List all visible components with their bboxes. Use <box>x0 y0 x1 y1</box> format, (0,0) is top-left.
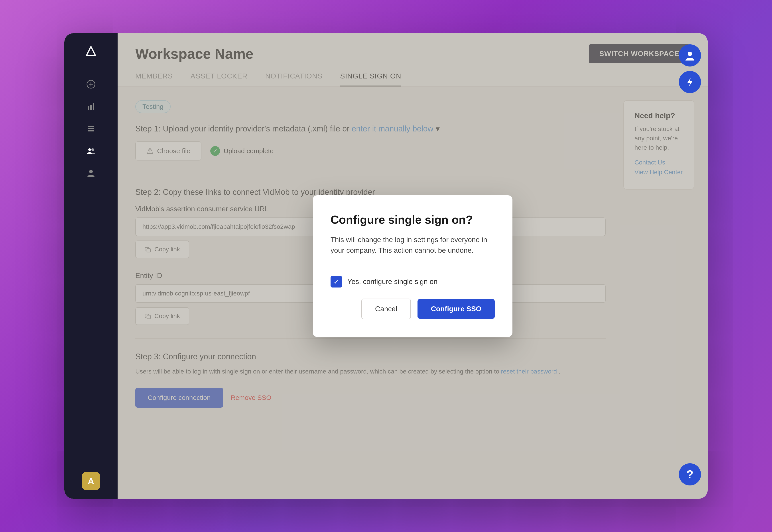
svg-rect-4 <box>88 106 89 110</box>
modal-desc: This will change the log in settings for… <box>331 234 495 256</box>
svg-rect-9 <box>88 130 94 131</box>
add-icon[interactable] <box>82 75 100 93</box>
sidebar-logo <box>82 42 100 60</box>
modal-configure-sso-button[interactable]: Configure SSO <box>417 299 495 319</box>
layers-icon[interactable] <box>82 120 100 137</box>
analytics-icon[interactable] <box>82 98 100 115</box>
users-icon[interactable] <box>82 142 100 160</box>
svg-rect-8 <box>88 128 94 129</box>
checkbox-label: Yes, configure single sign on <box>347 278 437 286</box>
sidebar: A <box>64 33 117 499</box>
app-window: A Workspace Name SWITCH WORKSPACE MEMBER… <box>64 33 708 499</box>
main-content: Workspace Name SWITCH WORKSPACE MEMBERS … <box>117 33 708 499</box>
svg-marker-0 <box>86 47 95 55</box>
modal-title: Configure single sign on? <box>331 213 495 226</box>
person-icon[interactable] <box>82 164 100 182</box>
modal-buttons: Cancel Configure SSO <box>331 299 495 319</box>
svg-rect-6 <box>93 103 94 110</box>
activity-button[interactable] <box>679 71 701 93</box>
help-button[interactable]: ? <box>679 463 701 485</box>
svg-point-12 <box>89 170 93 173</box>
checkbox-checked-icon[interactable]: ✓ <box>331 276 342 288</box>
user-profile-button[interactable] <box>679 44 701 67</box>
svg-point-11 <box>91 148 94 151</box>
configure-sso-modal: Configure single sign on? This will chan… <box>313 195 512 337</box>
svg-marker-16 <box>688 78 692 86</box>
svg-point-15 <box>688 52 692 56</box>
right-floating-icons <box>679 44 701 93</box>
svg-rect-7 <box>88 126 94 127</box>
svg-rect-5 <box>90 105 92 110</box>
svg-point-10 <box>88 148 91 151</box>
modal-overlay: Configure single sign on? This will chan… <box>117 33 708 499</box>
modal-checkbox-row: ✓ Yes, configure single sign on <box>331 276 495 288</box>
modal-cancel-button[interactable]: Cancel <box>361 299 411 319</box>
avatar[interactable]: A <box>82 472 100 490</box>
help-button-container: ? <box>679 463 701 485</box>
